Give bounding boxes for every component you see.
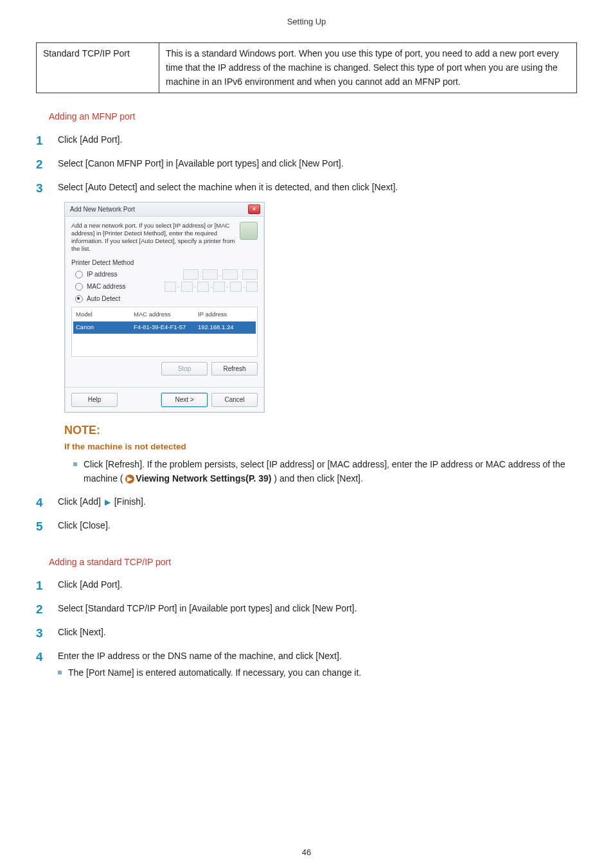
radio-label: Auto Detect [87,294,120,304]
page-number: 46 [0,846,613,859]
radio-icon [75,295,83,303]
cell-mac: F4-81-39-E4-F1-57 [134,323,198,332]
step-text: Select [Canon MFNP Port] in [Available p… [58,157,577,171]
dialog-title: Add New Network Port [70,204,135,215]
printer-icon [240,222,258,240]
table-value-cell: This is a standard Windows port. When yo… [159,43,577,93]
step-number: 1 [36,133,58,148]
note-bullet: Click [Refresh]. If the problem persists… [73,458,577,485]
xref-icon: ▶ [125,475,134,484]
step-text: Click [Add] ▶ [Finish]. [58,495,577,509]
section-title-tcpip: Adding a standard TCP/IP port [49,556,577,570]
note-subheading: If the machine is not detected [64,440,577,454]
step-number: 4 [36,649,58,664]
step-number: 2 [36,602,58,617]
col-header-ip: IP address [198,310,253,320]
next-button[interactable]: Next > [161,393,208,407]
xref-link[interactable]: Viewing Network Settings(P. 39) [136,473,271,484]
radio-auto-detect[interactable]: Auto Detect [71,294,258,304]
section-title-mfnp: Adding an MFNP port [49,110,577,124]
step-number: 5 [36,519,58,534]
list-item[interactable]: Canon F4-81-39-E4-F1-57 192.168.1.24 [73,321,256,334]
radio-ip-address[interactable]: IP address ... [71,269,258,280]
radio-mac-address[interactable]: MAC address ----- [71,282,258,292]
group-label: Printer Detect Method [71,258,258,268]
step-sub-bullet: The [Port Name] is entered automatically… [58,666,577,680]
cell-ip: 192.168.1.24 [198,323,253,332]
step-text: Click [Add Port]. [58,133,577,147]
radio-icon [75,283,83,291]
dialog-instruction: Add a new network port. If you select [I… [71,222,236,253]
close-icon[interactable]: × [248,204,260,214]
port-description-table: Standard TCP/IP Port This is a standard … [36,42,577,93]
step-text: Enter the IP address or the DNS name of … [58,649,577,664]
radio-icon [75,271,83,278]
step-text: Select [Standard TCP/IP Port] in [Availa… [58,602,577,616]
dialog-add-network-port: Add New Network Port × Add a new network… [64,202,265,413]
running-header: Setting Up [36,15,577,28]
radio-label: MAC address [87,282,126,292]
printer-list[interactable]: Model MAC address IP address Canon F4-81… [71,307,258,357]
note-heading: NOTE: [64,422,577,440]
cell-model: Canon [76,323,134,332]
refresh-button[interactable]: Refresh [211,362,258,376]
step-text: Click [Next]. [58,626,577,640]
help-button[interactable]: Help [71,393,118,407]
step-number: 3 [36,626,58,640]
radio-label: IP address [87,269,118,280]
cancel-button[interactable]: Cancel [211,393,258,407]
stop-button[interactable]: Stop [161,362,208,376]
col-header-mac: MAC address [134,310,198,320]
step-number: 3 [36,181,58,195]
step-text: Select [Auto Detect] and select the mach… [58,181,577,195]
step-text: Click [Add Port]. [58,578,577,592]
col-header-model: Model [76,310,134,320]
note-text-b: ) and then click [Next]. [274,473,363,484]
step-number: 2 [36,157,58,172]
step-number: 4 [36,495,58,510]
step-text: Click [Close]. [58,519,577,533]
arrow-right-icon: ▶ [105,496,111,509]
table-key-cell: Standard TCP/IP Port [37,43,159,93]
step-number: 1 [36,578,58,593]
